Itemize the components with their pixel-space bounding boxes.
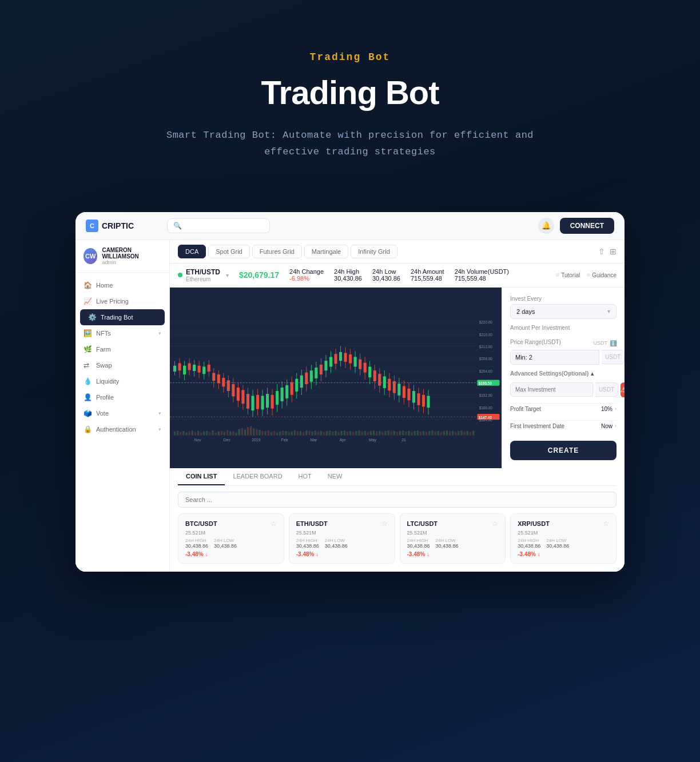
info-icon[interactable]: ℹ️ — [610, 340, 617, 346]
logo-text: CRIPTIC — [102, 221, 134, 230]
hero-section: Trading Bot Trading Bot Smart Trading Bo… — [0, 0, 700, 183]
svg-rect-166 — [295, 378, 298, 391]
price-range-label: Price Range(USDT) — [510, 339, 561, 345]
svg-rect-104 — [443, 431, 445, 436]
svg-rect-38 — [250, 426, 252, 435]
create-button[interactable]: CREATE — [510, 441, 617, 460]
coin-card-header: XRP/USDT ☆ — [518, 520, 609, 528]
star-icon[interactable]: ☆ — [381, 520, 388, 528]
svg-rect-124 — [193, 365, 196, 371]
svg-rect-77 — [364, 431, 365, 436]
tutorial-link[interactable]: Tutorial — [556, 272, 580, 278]
sidebar-item-authentication[interactable]: 🔒 Authentication ▾ — [75, 421, 169, 437]
expand-icon[interactable]: ⊞ — [610, 247, 617, 256]
svg-rect-204 — [388, 378, 391, 390]
svg-rect-96 — [420, 432, 421, 436]
advanced-settings-title[interactable]: Advanced Settings(Optional) ▴ — [510, 370, 617, 377]
volume-value: 715,559.48 — [455, 275, 486, 282]
svg-rect-87 — [393, 431, 395, 436]
svg-rect-28 — [221, 431, 222, 436]
warning-icon-btn[interactable]: ⚠ — [621, 382, 625, 397]
tab-coin-list[interactable]: COIN LIST — [178, 468, 225, 485]
svg-rect-80 — [373, 430, 375, 436]
coin-name: LTC/USDT — [407, 520, 438, 527]
sidebar-item-profile[interactable]: 👤 Profile — [75, 389, 169, 405]
invest-every-select[interactable]: 2 days ▾ — [510, 304, 617, 319]
sidebar: CW CAMERON WILLIAMSON admin 🏠 Home 📈 Liv… — [75, 240, 170, 572]
first-invest-label: First Investment Date — [510, 423, 564, 429]
svg-rect-36 — [244, 429, 246, 435]
svg-rect-31 — [229, 432, 231, 436]
volume-label: 24h Volume(USDT) — [455, 268, 509, 275]
tab-martingale[interactable]: Martingale — [304, 245, 348, 258]
svg-rect-152 — [261, 396, 264, 409]
svg-rect-95 — [417, 430, 419, 436]
right-panel: Invest Every 2 days ▾ Amount Per Investm… — [502, 288, 625, 468]
svg-rect-26 — [214, 432, 216, 435]
coin-card-header: BTC/USDT ☆ — [185, 520, 277, 528]
chevron-down-icon: ▾ — [607, 308, 610, 314]
svg-rect-69 — [341, 431, 343, 436]
svg-rect-212 — [407, 389, 410, 400]
coin-stat-high: 24H HIGH 30,438.86 — [185, 538, 208, 549]
svg-rect-61 — [317, 432, 319, 436]
tab-new[interactable]: NEW — [320, 468, 351, 485]
sidebar-item-farm[interactable]: 🌿 Farm — [75, 341, 169, 357]
svg-rect-112 — [467, 431, 468, 436]
tab-spot-grid[interactable]: Spot Grid — [208, 245, 249, 258]
price-range-min-input[interactable] — [510, 350, 599, 365]
coin-name: XRP/USDT — [518, 520, 550, 527]
content-area: DCA Spot Grid Futures Grid Martingale In… — [170, 240, 625, 572]
sidebar-item-live-pricing[interactable]: 📈 Live Pricing — [75, 293, 169, 309]
coin-name: BTC/USDT — [185, 520, 217, 527]
svg-rect-172 — [310, 370, 313, 382]
svg-rect-33 — [235, 432, 237, 435]
coin-search-input[interactable] — [178, 492, 617, 508]
svg-rect-136 — [222, 378, 225, 386]
sidebar-item-vote[interactable]: 🗳️ Vote ▾ — [75, 405, 169, 421]
star-icon[interactable]: ☆ — [271, 520, 277, 528]
lock-icon: 🔒 — [83, 425, 92, 433]
star-icon[interactable]: ☆ — [603, 520, 609, 528]
tab-dca[interactable]: DCA — [178, 245, 206, 258]
amount-label: 24h Amount — [411, 268, 444, 275]
sidebar-item-swap[interactable]: ⇄ Swap — [75, 357, 169, 373]
coin-tabs: COIN LIST LEADER BOARD HOT NEW — [178, 468, 617, 486]
tab-hot[interactable]: HOT — [291, 468, 320, 485]
dashboard-mockup: C CRIPTIC 🔍 🔔 CONNECT CW CAMERON WILLIAM… — [75, 212, 625, 572]
coin-stats: 24H HIGH 30,438.86 24H LOW 30,438.86 — [518, 538, 609, 549]
price-range-unit-label: USDT — [602, 350, 625, 364]
svg-rect-130 — [208, 365, 210, 372]
svg-rect-218 — [422, 395, 425, 406]
sidebar-item-nfts[interactable]: 🖼️ NFTs ▾ — [75, 325, 169, 341]
svg-rect-168 — [300, 376, 303, 388]
sidebar-item-home[interactable]: 🏠 Home — [75, 277, 169, 293]
svg-rect-50 — [285, 431, 287, 436]
tab-infinity-grid[interactable]: Infinity Grid — [351, 245, 397, 258]
svg-rect-73 — [352, 432, 354, 435]
share-icon[interactable]: ⇧ — [598, 247, 605, 256]
max-investment-input[interactable] — [510, 382, 593, 397]
sidebar-nav: 🏠 Home 📈 Live Pricing ⚙️ Trading Bot 🖼️ … — [75, 273, 169, 442]
sidebar-item-trading-bot[interactable]: ⚙️ Trading Bot — [80, 309, 165, 325]
amount-label: Amount Per Investment — [510, 325, 617, 331]
invest-every-label: Invest Every — [510, 296, 617, 302]
svg-rect-15 — [182, 431, 184, 436]
tab-futures-grid[interactable]: Futures Grid — [252, 245, 302, 258]
sidebar-item-liquidity[interactable]: 💧 Liquidity — [75, 373, 169, 389]
svg-rect-13 — [177, 430, 178, 436]
svg-rect-18 — [192, 430, 193, 436]
svg-rect-116 — [173, 365, 176, 371]
tab-leader-board[interactable]: LEADER BOARD — [225, 468, 290, 485]
search-bar[interactable]: 🔍 — [167, 218, 270, 233]
ticker-high: 24h High 30,430.86 — [334, 268, 362, 282]
svg-rect-57 — [305, 430, 307, 436]
svg-rect-53 — [294, 430, 296, 436]
star-icon[interactable]: ☆ — [492, 520, 498, 528]
notification-icon[interactable]: 🔔 — [538, 218, 554, 234]
svg-rect-210 — [403, 386, 405, 397]
guidance-link[interactable]: Guidance — [587, 272, 617, 278]
svg-rect-54 — [297, 432, 299, 436]
coin-grid: BTC/USDT ☆ 25.521M 24H HIGH 30,438.86 24… — [178, 513, 617, 564]
connect-button[interactable]: CONNECT — [560, 218, 614, 234]
